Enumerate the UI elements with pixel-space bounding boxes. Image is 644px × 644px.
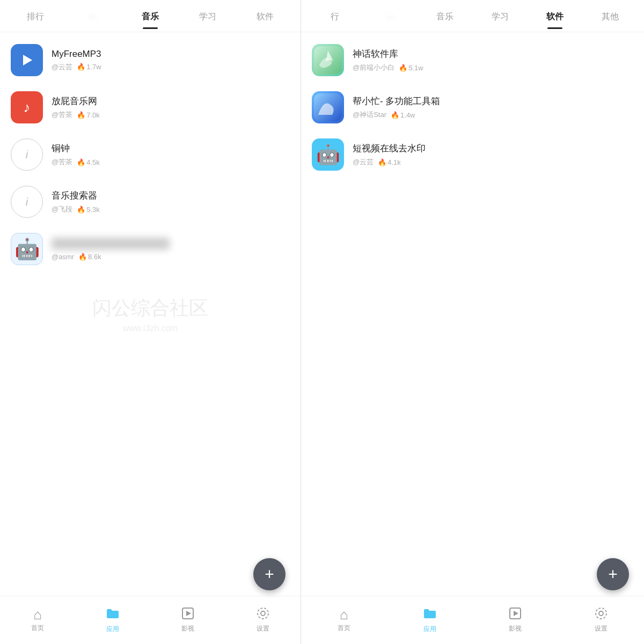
svg-point-4 <box>258 608 268 619</box>
home-icon-right: ⌂ <box>340 608 348 621</box>
icon-shenhua <box>312 44 344 76</box>
heat-blurred: 🔥 8.6k <box>78 253 101 261</box>
left-nav-home[interactable]: ⌂ 首页 <box>0 608 75 633</box>
app-meta-duanshipin: @云芸 🔥 4.1k <box>353 157 633 167</box>
left-tab-blurred: ··· <box>64 4 121 28</box>
app-name-myfreemp3: MyFreeMP3 <box>52 49 290 60</box>
list-item-bangxiao[interactable]: 帮小忙- 多功能工具箱 @神话Star 🔥 1.4w <box>301 84 644 131</box>
fire-icon-myfreemp3: 🔥 <box>77 63 85 71</box>
icon-duanshipin: 🤖 <box>312 138 344 171</box>
left-watermark: 闪公综合社区 www.i3zh.com <box>92 295 208 333</box>
fire-icon-bangxiao: 🔥 <box>391 111 399 119</box>
author-musicsearch: @飞段 <box>52 204 72 214</box>
right-bottom-nav: ⌂ 首页 应用 影视 <box>301 596 644 644</box>
right-tab-other[interactable]: 其他 <box>583 3 638 29</box>
app-name-blurred <box>52 238 170 250</box>
left-tab-software[interactable]: 软件 <box>237 3 294 29</box>
list-item-musicsearch[interactable]: i 音乐搜索器 @飞段 🔥 5.3k <box>0 178 301 225</box>
left-tab-music[interactable]: 音乐 <box>121 3 179 29</box>
author-bangxiao: @神话Star <box>353 110 386 120</box>
left-fab-button[interactable]: + <box>253 558 286 590</box>
list-item-myfreemp3[interactable]: MyFreeMP3 @云芸 🔥 1.7w <box>0 36 301 84</box>
video-label-left: 影视 <box>181 624 194 633</box>
author-myfreemp3: @云芸 <box>52 62 72 72</box>
app-info-fangpi: 放屁音乐网 @苦茶 🔥 7.0k <box>52 95 290 120</box>
right-nav-apps[interactable]: 应用 <box>387 606 473 634</box>
right-nav-settings[interactable]: 设置 <box>558 607 644 633</box>
heat-fangpi: 🔥 7.0k <box>77 111 100 119</box>
left-content-area: 闪公综合社区 www.i3zh.com MyFreeMP3 @云芸 🔥 1.7w <box>0 32 301 596</box>
svg-marker-0 <box>23 55 32 65</box>
right-tab-blurred: ··· <box>363 4 418 28</box>
settings-icon-left <box>257 607 269 622</box>
right-nav-video[interactable]: 影视 <box>473 607 559 633</box>
right-tab-study[interactable]: 学习 <box>473 3 528 29</box>
svg-point-3 <box>261 611 265 616</box>
author-blurred: @asmr <box>52 253 74 261</box>
app-info-tongzhong: 铜钟 @苦茶 🔥 4.5k <box>52 142 290 167</box>
heat-myfreemp3: 🔥 1.7w <box>77 63 101 71</box>
heat-musicsearch: 🔥 5.3k <box>77 206 100 214</box>
play-icon-left <box>181 607 194 622</box>
left-nav-settings[interactable]: 设置 <box>225 607 301 633</box>
app-name-tongzhong: 铜钟 <box>52 142 290 155</box>
heat-bangxiao: 🔥 1.4w <box>391 111 415 119</box>
fire-icon-blurred: 🔥 <box>78 253 87 261</box>
fire-icon-duanshipin: 🔥 <box>378 158 386 166</box>
app-name-musicsearch: 音乐搜索器 <box>52 189 290 202</box>
list-item-fangpi[interactable]: ♪ 放屁音乐网 @苦茶 🔥 7.0k <box>0 84 301 131</box>
app-meta-tongzhong: @苦茶 🔥 4.5k <box>52 157 290 167</box>
left-panel: 排行 ··· 音乐 学习 软件 闪公综合社区 www.i3zh.com MyFr… <box>0 0 301 644</box>
left-nav-apps[interactable]: 应用 <box>75 606 150 634</box>
right-tab-hang[interactable]: 行 <box>308 3 363 29</box>
app-meta-fangpi: @苦茶 🔥 7.0k <box>52 110 290 120</box>
right-content-area: 神话软件库 @前端小小白 🔥 5.1w <box>301 32 644 596</box>
app-info-bangxiao: 帮小忙- 多功能工具箱 @神话Star 🔥 1.4w <box>353 95 633 120</box>
author-tongzhong: @苦茶 <box>52 157 72 167</box>
right-panel: 行 ··· 音乐 学习 软件 其他 <box>301 0 644 644</box>
fire-icon-fangpi: 🔥 <box>77 111 85 119</box>
icon-fangpi: ♪ <box>11 91 43 123</box>
fire-icon-tongzhong: 🔥 <box>77 158 85 166</box>
apps-label-left: 应用 <box>106 625 119 634</box>
home-icon-left: ⌂ <box>33 608 42 621</box>
list-item-blurred[interactable]: 🤖 @asmr 🔥 8.6k <box>0 225 301 273</box>
left-tab-bar: 排行 ··· 音乐 学习 软件 <box>0 0 301 32</box>
left-bottom-nav: ⌂ 首页 应用 影视 <box>0 596 301 644</box>
svg-marker-8 <box>514 611 518 616</box>
list-item-tongzhong[interactable]: i 铜钟 @苦茶 🔥 4.5k <box>0 131 301 178</box>
author-duanshipin: @云芸 <box>353 157 374 167</box>
icon-myfreemp3 <box>11 44 43 76</box>
home-label-left: 首页 <box>31 624 44 633</box>
fire-icon-musicsearch: 🔥 <box>77 206 85 214</box>
settings-label-left: 设置 <box>257 624 269 633</box>
list-item-duanshipin[interactable]: 🤖 短视频在线去水印 @云芸 🔥 4.1k <box>301 131 644 178</box>
app-name-shenhua: 神话软件库 <box>353 48 633 60</box>
app-info-blurred: @asmr 🔥 8.6k <box>52 238 290 261</box>
folder-icon-left <box>106 606 120 623</box>
author-fangpi: @苦茶 <box>52 110 72 120</box>
right-fab-button[interactable]: + <box>597 558 629 590</box>
right-tab-software[interactable]: 软件 <box>528 3 583 29</box>
icon-tongzhong: i <box>11 138 43 171</box>
icon-musicsearch: i <box>11 186 43 218</box>
heat-tongzhong: 🔥 4.5k <box>77 158 100 166</box>
app-meta-musicsearch: @飞段 🔥 5.3k <box>52 204 290 214</box>
left-tab-study[interactable]: 学习 <box>179 3 237 29</box>
video-label-right: 影视 <box>509 624 522 633</box>
right-nav-home[interactable]: ⌂ 首页 <box>301 608 387 633</box>
app-info-musicsearch: 音乐搜索器 @飞段 🔥 5.3k <box>52 189 290 214</box>
settings-label-right: 设置 <box>595 624 608 633</box>
left-nav-video[interactable]: 影视 <box>150 607 225 633</box>
app-meta-shenhua: @前端小小白 🔥 5.1w <box>353 63 633 72</box>
svg-point-9 <box>599 611 603 616</box>
app-info-myfreemp3: MyFreeMP3 @云芸 🔥 1.7w <box>52 49 290 72</box>
icon-bangxiao <box>312 91 344 123</box>
app-name-bangxiao: 帮小忙- 多功能工具箱 <box>353 95 633 107</box>
list-item-shenhua[interactable]: 神话软件库 @前端小小白 🔥 5.1w <box>301 36 644 84</box>
settings-icon-right <box>595 607 608 622</box>
left-tab-paihang[interactable]: 排行 <box>6 3 64 29</box>
app-meta-bangxiao: @神话Star 🔥 1.4w <box>353 110 633 120</box>
fire-icon-shenhua: 🔥 <box>399 64 407 72</box>
right-tab-music[interactable]: 音乐 <box>418 3 473 29</box>
